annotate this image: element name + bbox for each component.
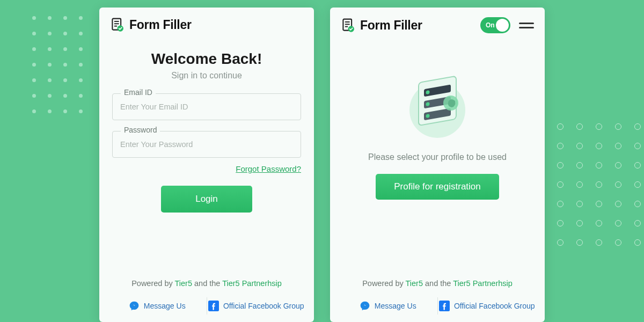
card-header: Form Filler	[99, 8, 314, 36]
decorative-dot-grid	[32, 16, 83, 113]
facebook-icon	[208, 301, 219, 311]
messenger-icon	[360, 301, 370, 311]
tier5-link[interactable]: Tier5	[174, 279, 192, 288]
toggle-knob	[496, 19, 509, 32]
profile-prompt: Please select your profile to be used	[343, 152, 532, 162]
app-logo-icon	[110, 17, 125, 32]
login-card: Form Filler Welcome Back! Sign in to con…	[99, 8, 314, 322]
forgot-row: Forgot Password?	[112, 164, 301, 174]
email-label: Email ID	[121, 88, 156, 97]
decorative-circle-grid	[557, 123, 641, 246]
card-header: Form Filler On	[330, 8, 545, 38]
login-body: Welcome Back! Sign in to continue Email …	[99, 36, 314, 270]
welcome-title: Welcome Back!	[112, 50, 301, 68]
profile-illustration-icon	[397, 70, 478, 140]
profile-card: Form Filler On	[330, 8, 545, 322]
toggle-label: On	[486, 21, 495, 29]
powered-by-text: Powered by Tier5 and the Tier5 Partnerhs…	[339, 279, 536, 288]
card-footer: Powered by Tier5 and the Tier5 Partnerhs…	[99, 270, 314, 322]
tier5-partnership-link[interactable]: Tier5 Partnerhsip	[222, 279, 282, 288]
password-input[interactable]	[112, 131, 301, 158]
password-label: Password	[121, 126, 160, 134]
welcome-subtitle: Sign in to continue	[112, 71, 301, 80]
profile-select-button[interactable]: Profile for registration	[376, 174, 499, 200]
app-title: Form Filler	[360, 18, 422, 33]
profile-body: Please select your profile to be used Pr…	[330, 38, 545, 270]
enable-toggle[interactable]: On	[480, 17, 510, 33]
messenger-icon	[129, 301, 140, 311]
powered-by-text: Powered by Tier5 and the Tier5 Partnerhs…	[108, 279, 305, 288]
message-us-link[interactable]: Message Us	[108, 297, 207, 314]
facebook-icon	[439, 301, 450, 311]
facebook-group-link[interactable]: Official Facebook Group	[207, 297, 306, 314]
login-button[interactable]: Login	[161, 186, 252, 213]
card-footer: Powered by Tier5 and the Tier5 Partnerhs…	[330, 270, 545, 322]
password-field-group: Password	[112, 131, 301, 158]
app-title: Form Filler	[129, 18, 192, 32]
app-logo-icon	[341, 18, 356, 33]
message-us-link[interactable]: Message Us	[339, 297, 438, 314]
menu-icon[interactable]	[519, 23, 534, 28]
tier5-partnership-link[interactable]: Tier5 Partnerhsip	[453, 279, 513, 288]
facebook-group-link[interactable]: Official Facebook Group	[438, 297, 537, 314]
email-field-group: Email ID	[112, 93, 301, 120]
email-input[interactable]	[112, 93, 301, 120]
footer-links: Message Us Official Facebook Group	[339, 297, 536, 314]
forgot-password-link[interactable]: Forgot Password?	[236, 164, 301, 173]
tier5-link[interactable]: Tier5	[405, 279, 423, 288]
footer-links: Message Us Official Facebook Group	[108, 297, 305, 314]
